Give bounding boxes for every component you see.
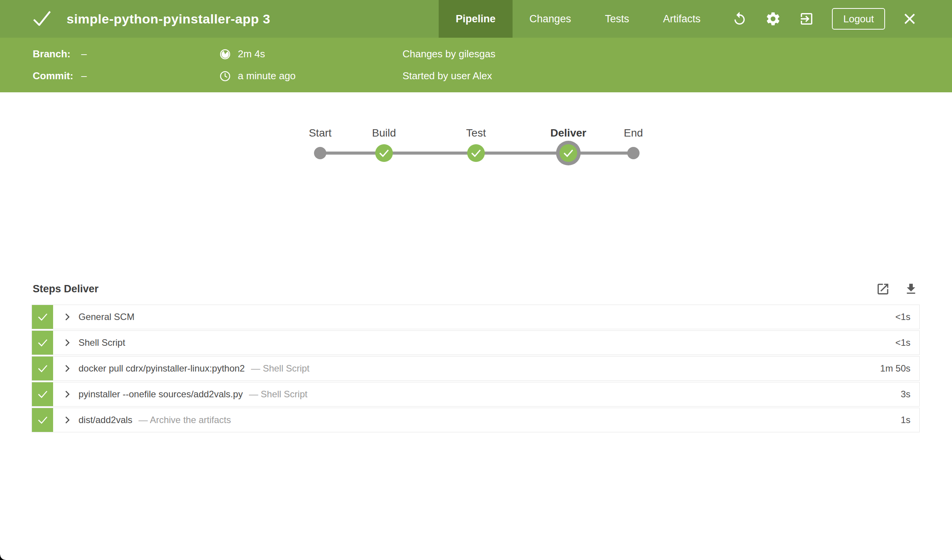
tab-label: Changes [529, 13, 571, 25]
step-row[interactable]: dist/add2vals — Archive the artifacts 1s [32, 408, 920, 432]
tab[interactable]: Pipeline [439, 0, 513, 38]
stage-node[interactable] [560, 144, 577, 162]
step-duration: 1s [901, 415, 910, 425]
top-bar: simple-python-pyinstaller-app 3 Pipeline… [0, 0, 952, 38]
check-icon [38, 390, 48, 398]
download-logs-button[interactable] [904, 282, 918, 296]
step-status-stripe [32, 408, 53, 432]
step-name: Shell Script [78, 337, 125, 348]
logout-button[interactable]: Logout [832, 8, 885, 30]
step-row[interactable]: pyinstaller --onefile sources/add2vals.p… [32, 382, 920, 407]
stage-label: Test [466, 127, 486, 139]
settings-gear-icon [765, 11, 781, 27]
step-row[interactable]: Shell Script <1s [32, 330, 920, 355]
header-tabs: Pipeline Changes Tests Artifacts [439, 0, 717, 38]
step-detail: — Shell Script [251, 363, 309, 374]
stage-node[interactable] [375, 144, 393, 162]
window-corner [0, 555, 5, 560]
step-detail: — Archive the artifacts [139, 415, 231, 425]
settings-button[interactable] [765, 11, 781, 27]
check-icon [38, 416, 48, 424]
step-name: docker pull cdrx/pyinstaller-linux:pytho… [78, 363, 245, 374]
exit-button[interactable] [799, 11, 814, 27]
stage-label: End [624, 127, 643, 139]
replay-icon [732, 11, 747, 27]
stage-label: Deliver [550, 127, 586, 139]
check-icon [38, 339, 48, 347]
step-duration: 1m 50s [880, 363, 910, 374]
tab[interactable]: Tests [588, 0, 646, 38]
stage-label: Build [372, 127, 396, 139]
check-icon [471, 149, 481, 157]
stage-node[interactable] [627, 147, 640, 159]
stage-node[interactable] [467, 144, 485, 162]
steps-section: Steps Deliver [32, 280, 920, 432]
check-icon [38, 313, 48, 321]
duration-value: 2m 4s [238, 48, 265, 60]
exit-icon [799, 11, 814, 27]
stage-node[interactable] [314, 147, 326, 159]
chevron-right-icon[interactable] [63, 363, 71, 373]
tab-label: Tests [605, 13, 629, 25]
step-status-stripe [32, 382, 53, 406]
step-status-stripe [32, 331, 53, 355]
duration-pie-icon [219, 48, 231, 60]
check-icon [38, 365, 48, 372]
chevron-right-icon[interactable] [63, 338, 71, 348]
tab[interactable]: Artifacts [646, 0, 718, 38]
branch-label: Branch: [33, 48, 81, 60]
step-status-stripe [32, 305, 53, 329]
open-logs-button[interactable] [876, 282, 890, 296]
steps-heading: Steps Deliver [32, 283, 99, 295]
step-status-stripe [32, 357, 53, 380]
author-info: Changes by gilesgas Started by user Alex [403, 38, 495, 92]
step-duration: <1s [895, 312, 910, 322]
step-duration: 3s [901, 389, 910, 400]
run-title: simple-python-pyinstaller-app 3 [67, 12, 270, 27]
main-content: Start Build [0, 127, 952, 432]
commit-label: Commit: [33, 70, 81, 82]
header-actions: Logout [732, 8, 952, 30]
step-detail: — Shell Script [249, 389, 307, 400]
tab-label: Artifacts [663, 13, 701, 25]
timing-info: 2m 4s a minute ago [219, 38, 296, 92]
scm-info: Branch: – Commit: – [33, 38, 87, 92]
tab-label: Pipeline [456, 13, 496, 25]
rerun-button[interactable] [732, 11, 747, 27]
download-icon [904, 282, 918, 296]
pipeline-graph: Start Build [0, 127, 952, 181]
chevron-right-icon[interactable] [63, 389, 71, 399]
step-duration: <1s [895, 337, 910, 348]
run-status-check-icon [33, 10, 51, 27]
chevron-right-icon[interactable] [63, 312, 71, 322]
step-name: dist/add2vals [78, 415, 132, 425]
step-row[interactable]: docker pull cdrx/pyinstaller-linux:pytho… [32, 356, 920, 381]
branch-value: – [81, 48, 87, 60]
step-name: pyinstaller --onefile sources/add2vals.p… [78, 389, 243, 400]
close-button[interactable] [903, 12, 917, 26]
check-icon [563, 149, 574, 157]
run-info-bar: Branch: – Commit: – 2m 4s [0, 38, 952, 92]
step-row[interactable]: General SCM <1s [32, 305, 920, 329]
close-icon [903, 12, 917, 26]
tab[interactable]: Changes [513, 0, 588, 38]
open-in-new-icon [876, 282, 890, 296]
commit-value: – [81, 70, 87, 82]
time-ago-value: a minute ago [238, 70, 296, 82]
changes-by: Changes by gilesgas [403, 48, 495, 60]
clock-icon [219, 70, 231, 82]
step-name: General SCM [78, 312, 134, 322]
started-by: Started by user Alex [403, 70, 492, 82]
check-icon [379, 149, 389, 157]
chevron-right-icon[interactable] [63, 415, 71, 425]
stage-label: Start [309, 127, 331, 139]
